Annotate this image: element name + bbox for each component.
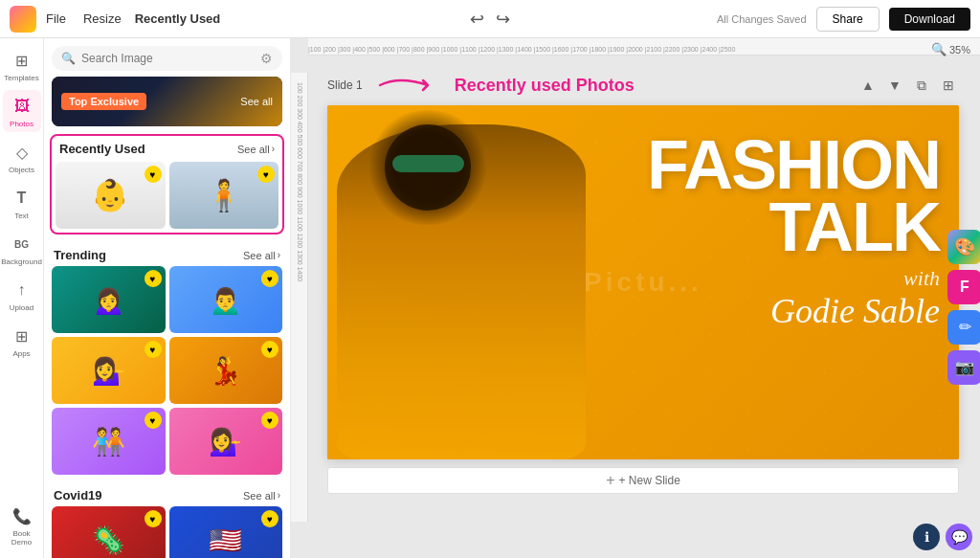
text-icon: T: [11, 188, 33, 209]
info-button[interactable]: ℹ: [913, 524, 940, 550]
covid-thumb-2[interactable]: ♥ 🇺🇸: [169, 506, 283, 558]
undo-button[interactable]: ↩: [470, 9, 484, 30]
recently-used-thumb-2[interactable]: ♥: [169, 162, 279, 229]
saved-status: All Changes Saved: [717, 13, 807, 25]
covid-heart-2: ♥: [261, 510, 278, 527]
app-logo[interactable]: [10, 6, 36, 33]
apps-icon: ⊞: [11, 325, 33, 346]
fashion-person-area: [327, 105, 675, 459]
trending-heart-5: ♥: [145, 412, 162, 429]
arrow-annotation: Recently used Photos: [370, 71, 635, 100]
heart-badge-1: ♥: [145, 166, 162, 183]
slide-add-button[interactable]: ⊞: [938, 75, 959, 96]
sidebar-item-upload[interactable]: ↑ Upload: [3, 274, 41, 316]
heart-badge-2: ♥: [257, 166, 275, 183]
annotation-text: Recently used Photos: [455, 76, 635, 96]
trending-thumb-3[interactable]: ♥ 💁‍♀️: [52, 337, 166, 404]
fashion-subtitle: with: [647, 266, 940, 291]
filter-icon[interactable]: ⚙: [260, 51, 273, 66]
new-slide-bar[interactable]: + + New Slide: [327, 467, 959, 494]
menu-resize-item[interactable]: Resize: [83, 11, 122, 26]
chat-button[interactable]: 💬: [946, 524, 972, 550]
fashion-name: Godie Sable: [647, 291, 940, 331]
top-exclusive-see-all[interactable]: See all: [240, 96, 273, 107]
sidebar-item-photos[interactable]: 🖼 Photos: [3, 90, 41, 132]
text-label: Text: [14, 212, 29, 220]
background-icon: BG: [11, 234, 33, 255]
covid-heart-1: ♥: [145, 510, 162, 527]
gradient-icon: 🎨: [954, 236, 975, 257]
redo-button[interactable]: ↪: [496, 9, 510, 30]
trending-thumb-1[interactable]: ♥ 🙍‍♀️: [52, 266, 166, 333]
share-button[interactable]: Share: [816, 7, 880, 32]
header-right: All Changes Saved Share Download: [717, 7, 970, 32]
slide-label-row: Slide 1 Recently used Photos ▲ ▼ ⧉ ⊞: [327, 71, 959, 100]
canvas-workspace: Slide 1 Recently used Photos ▲ ▼ ⧉ ⊞: [291, 56, 980, 558]
slide-label: Slide 1: [327, 78, 363, 92]
sidebar-item-objects[interactable]: ◇ Objects: [3, 136, 41, 178]
trending-thumb-6[interactable]: ♥ 💁‍♀️: [169, 408, 283, 475]
canvas-area: 🔍 35% |100 |200 |300 |400 |500 |600 |700…: [291, 38, 980, 558]
person-sunglasses: [392, 155, 464, 172]
objects-label: Objects: [9, 166, 34, 174]
menu-file-item[interactable]: File: [46, 11, 66, 26]
trending-see-all[interactable]: See all ›: [243, 250, 280, 261]
fashion-text-block: FASHION TALK with Godie Sable: [647, 134, 940, 331]
top-exclusive-label: Top Exclusive: [61, 93, 146, 110]
header: File Resize Recently Used ↩ ↪ All Change…: [0, 0, 980, 38]
gradient-tool-button[interactable]: 🎨: [947, 230, 980, 264]
recently-used-section: Recently Used See all › ♥ ♥: [50, 134, 284, 234]
recently-used-thumb-1[interactable]: ♥: [56, 162, 166, 229]
search-bar: 🔍 ⚙: [52, 46, 282, 71]
sidebar-item-background[interactable]: BG Background: [3, 228, 41, 270]
main-layout: ⊞ Templates 🖼 Photos ◇ Objects T Text BG…: [0, 38, 980, 558]
slide-copy-button[interactable]: ⧉: [911, 75, 932, 96]
right-toolbar: 🎨 F ✏ 📷: [947, 230, 980, 385]
font-tool-button[interactable]: F: [947, 270, 980, 304]
header-title: Recently Used: [135, 11, 221, 26]
paint-tool-button[interactable]: ✏: [947, 310, 980, 345]
fashion-background: FASHION TALK with Godie Sable Pictu...: [327, 105, 959, 459]
book-demo-label: Book Demo: [5, 529, 39, 547]
photos-icon: 🖼: [11, 96, 33, 117]
ruler-top: |100 |200 |300 |400 |500 |600 |700 |800 …: [308, 38, 980, 56]
covid19-title: Covid19: [54, 488, 102, 502]
recently-used-see-all[interactable]: See all ›: [237, 144, 275, 155]
new-slide-text: + New Slide: [618, 474, 679, 487]
media-tool-button[interactable]: 📷: [947, 350, 980, 385]
trending-header: Trending See all ›: [44, 242, 290, 266]
book-demo-icon: 📞: [11, 505, 33, 526]
zoom-icon: 🔍: [931, 42, 947, 56]
chevron-right-icon: ›: [272, 144, 275, 154]
sidebar-item-templates[interactable]: ⊞ Templates: [3, 44, 41, 86]
upload-icon: ↑: [11, 279, 33, 301]
sidebar-item-book-demo[interactable]: 📞 Book Demo: [3, 500, 41, 550]
recently-used-grid: ♥ ♥: [56, 162, 278, 229]
trending-heart-3: ♥: [145, 341, 162, 358]
slide-down-button[interactable]: ▼: [884, 75, 905, 96]
recently-used-header: Recently Used See all ›: [56, 140, 278, 162]
trending-thumb-2[interactable]: ♥ 🙍‍♂️: [169, 266, 283, 333]
slide-up-button[interactable]: ▲: [858, 75, 879, 96]
templates-label: Templates: [4, 74, 38, 82]
top-exclusive-banner[interactable]: Top Exclusive See all: [52, 77, 282, 126]
covid19-grid: ♥ 🦠 ♥ 🇺🇸 ♥ 💉: [44, 506, 290, 558]
search-input[interactable]: [81, 52, 251, 65]
download-button[interactable]: Download: [889, 8, 970, 31]
canvas-frame[interactable]: FASHION TALK with Godie Sable Pictu...: [327, 105, 959, 459]
trending-thumb-4[interactable]: ♥ 💃: [169, 337, 283, 404]
trending-thumb-5[interactable]: ♥ 🧑‍🤝‍🧑: [52, 408, 166, 475]
photos-label: Photos: [10, 120, 33, 128]
top-exclusive-content: Top Exclusive See all: [52, 77, 282, 126]
covid19-see-all[interactable]: See all ›: [243, 490, 280, 502]
covid-thumb-1[interactable]: ♥ 🦠: [52, 506, 166, 558]
templates-icon: ⊞: [11, 50, 33, 71]
menu-file[interactable]: File Resize: [46, 11, 122, 26]
media-icon: 📷: [955, 358, 974, 376]
sidebar-item-apps[interactable]: ⊞ Apps: [3, 320, 41, 362]
trending-heart-6: ♥: [261, 412, 278, 429]
zoom-value: 35%: [949, 44, 970, 56]
sidebar-item-text[interactable]: T Text: [3, 182, 41, 224]
slide-controls: ▲ ▼ ⧉ ⊞: [858, 75, 959, 96]
photos-panel: 🔍 ⚙ Top Exclusive See all Recently Used …: [44, 38, 291, 558]
